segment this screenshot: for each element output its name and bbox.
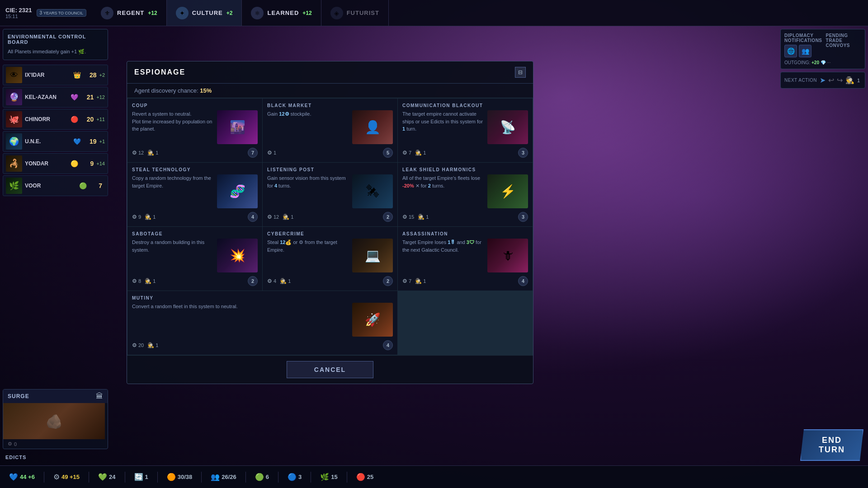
empire-avatar-chinorr: 🐙 — [6, 111, 22, 127]
agent-cost-icon: 🕵 — [415, 150, 422, 156]
card-steal[interactable]: STEAL TECHNOLOGY Copy a random technolog… — [127, 163, 262, 226]
card-steal-image: 🧬 — [217, 174, 258, 208]
empire-row-voor[interactable]: 🌿 VOOR 🟢 7 — [3, 175, 108, 196]
blackmarket-level: 5 — [383, 148, 393, 158]
stat-energy: 💙 44 +6 — [9, 473, 35, 481]
tab-regent[interactable]: ⚜ REGENT +12 — [92, 0, 167, 26]
tab-culture[interactable]: ✦ CULTURE +2 — [167, 0, 242, 26]
card-blackmarket-text: Gain 12⚙ stockpile. — [267, 110, 349, 144]
card-mutiny-header: MUTINY — [132, 296, 393, 300]
empire-score-yondar: 9 — [81, 160, 94, 167]
agent-stat-icon: 🔄 — [134, 473, 143, 481]
coup-gear-cost: ⚙ 12 — [132, 150, 144, 156]
gear-icon: ⚙ — [402, 278, 407, 284]
culture-bonus: +2 — [226, 10, 233, 16]
empire-avatar-ixidar: 👁 — [6, 67, 22, 83]
divider-9 — [347, 472, 347, 483]
empire-name-une: U.N.E. — [25, 138, 71, 145]
shield-level: 3 — [518, 212, 528, 222]
empire-row-kelazaan[interactable]: 🔮 KEL-AZAAN 💜 21 +12 — [3, 87, 108, 108]
card-blackmarket[interactable]: BLACK MARKET Gain 12⚙ stockpile. 👤 ⚙ 1 5 — [263, 99, 397, 162]
surge-header: SURGE 🏛 — [3, 389, 108, 403]
tab-regent-label: REGENT — [117, 9, 144, 16]
assassination-gear-cost: ⚙ 7 — [402, 278, 411, 284]
card-blackout-image: 📡 — [487, 110, 528, 144]
stat-red-value: 25 — [367, 474, 373, 480]
empire-row-ixidar[interactable]: 👁 IX'IDAR 👑 28 +2 — [3, 65, 108, 85]
empire-score-ixidar: 28 — [84, 71, 96, 79]
learned-icon: ⚛ — [251, 7, 264, 19]
espionage-dialog: ESPIONAGE ⊟ Agent discovery chance: 15% … — [127, 61, 533, 384]
gear-icon: ⚙ — [267, 278, 272, 284]
card-mutiny[interactable]: MUTINY Convert a random fleet in this sy… — [127, 291, 397, 355]
empire-bonus-kelazaan: +12 — [96, 94, 105, 100]
coup-agent-cost: 🕵 1 — [147, 150, 158, 156]
card-cybercrime[interactable]: CYBERCRIME Steal 12💰 or ⚙ from the targe… — [263, 227, 397, 291]
stat-blue: 🔵 3 — [288, 473, 302, 481]
tab-learned[interactable]: ⚛ LEARNED +12 — [242, 0, 321, 26]
diplomacy-globe-btn[interactable]: 🌐 — [784, 45, 797, 57]
end-turn-button[interactable]: END TURN — [800, 429, 863, 461]
stat-green: 💚 24 — [98, 473, 115, 481]
card-sabotage-text: Destroy a random building in this system… — [132, 239, 213, 272]
blackmarket-gear-cost: ⚙ 1 — [267, 150, 276, 156]
stat-nature: 🌿 15 — [320, 473, 337, 481]
redo-icon[interactable]: ↪ — [837, 76, 843, 84]
card-shield[interactable]: LEAK SHIELD HARMONICS All of the target … — [398, 163, 533, 226]
pop-icon: 👥 — [211, 473, 220, 481]
gear-icon: ⚙ — [132, 342, 137, 348]
empire-name-chinorr: CHINORR — [25, 116, 68, 122]
tab-futurist[interactable]: ◈ FUTURIST — [321, 0, 389, 26]
stat-blue-value: 3 — [298, 474, 302, 480]
flame-icon: 🔴 — [356, 473, 365, 481]
empire-row-une[interactable]: 🌍 U.N.E. 💙 19 +1 — [3, 131, 108, 152]
dialog-close-button[interactable]: ⊟ — [515, 67, 526, 78]
card-assassination[interactable]: ASSASSINATION Target Empire loses 1🎖 and… — [398, 227, 533, 291]
top-bar: CIE: 2321 15:11 3 YEARS TO COUNCIL ⚜ REG… — [0, 0, 868, 26]
assassination-level: 4 — [518, 276, 528, 286]
regent-icon: ⚜ — [101, 7, 113, 19]
undo-icon[interactable]: ↩ — [828, 76, 834, 84]
empire-score-voor: 7 — [90, 182, 102, 189]
empire-score-une: 19 — [84, 138, 96, 145]
cards-grid: COUP Revert a system to neutral.Plot tim… — [127, 98, 533, 355]
divider-8 — [311, 472, 311, 483]
card-steal-text: Copy a random technology from the target… — [132, 174, 213, 208]
surge-panel: SURGE 🏛 🪨 ⚙ 0 — [3, 389, 108, 449]
empire-row-yondar[interactable]: 🦂 YONDAR 🟡 9 +14 — [3, 153, 108, 174]
cancel-row: CANCEL — [127, 355, 533, 384]
card-sabotage[interactable]: SABOTAGE Destroy a random building in th… — [127, 227, 262, 291]
card-coup[interactable]: COUP Revert a system to neutral.Plot tim… — [127, 99, 262, 162]
card-listening[interactable]: LISTENING POST Gain sensor vision from t… — [263, 163, 397, 226]
energy-icon: 💙 — [9, 473, 18, 481]
trade-outgoing: OUTGOING: +20 💎 ··· — [784, 60, 861, 65]
empire-bonus-chinorr: +11 — [96, 117, 105, 122]
cancel-button[interactable]: CANCEL — [287, 361, 373, 378]
stat-nature-value: 15 — [331, 474, 337, 480]
empire-score-kelazaan: 21 — [81, 94, 94, 101]
card-coup-text: Revert a system to neutral.Plot time inc… — [132, 110, 213, 144]
arrow-icon: ➤ — [820, 76, 826, 84]
card-assassination-text: Target Empire loses 1🎖 and 3🛡 for the ne… — [402, 239, 484, 272]
blackout-gear-cost: ⚙ 7 — [402, 150, 411, 156]
empire-row-chinorr[interactable]: 🐙 CHINORR 🔴 20 +11 — [3, 109, 108, 130]
listening-level: 2 — [383, 212, 393, 222]
left-panel: ENVIRONMENTAL CONTROL BOARD All Planets … — [0, 26, 111, 199]
empire-bonus-une: +1 — [99, 139, 105, 144]
diplomacy-people-btn[interactable]: 👥 — [799, 45, 811, 57]
card-steal-header: STEAL TECHNOLOGY — [132, 167, 258, 172]
agent-icon: 🕵 — [845, 76, 854, 84]
bottom-left: SURGE 🏛 🪨 ⚙ 0 EDICTS — [0, 386, 111, 461]
agent-cost-icon: 🕵 — [415, 278, 422, 284]
agent-cost-icon: 🕵 — [280, 278, 287, 284]
dialog-header: ESPIONAGE ⊟ — [127, 61, 533, 84]
empire-avatar-voor: 🌿 — [6, 178, 22, 194]
agent-cost-icon: 🕵 — [147, 150, 154, 156]
card-blackout[interactable]: COMMUNICATION BLACKOUT The target empire… — [398, 99, 533, 162]
gear-icon: ⚙ — [132, 278, 137, 284]
card-cybercrime-image: 💻 — [352, 239, 393, 272]
empire-avatar-kelazaan: 🔮 — [6, 89, 22, 105]
card-blackmarket-header: BLACK MARKET — [267, 103, 393, 108]
trade-more-btn[interactable]: ··· — [827, 60, 831, 65]
stat-special-value: 6 — [266, 474, 269, 480]
